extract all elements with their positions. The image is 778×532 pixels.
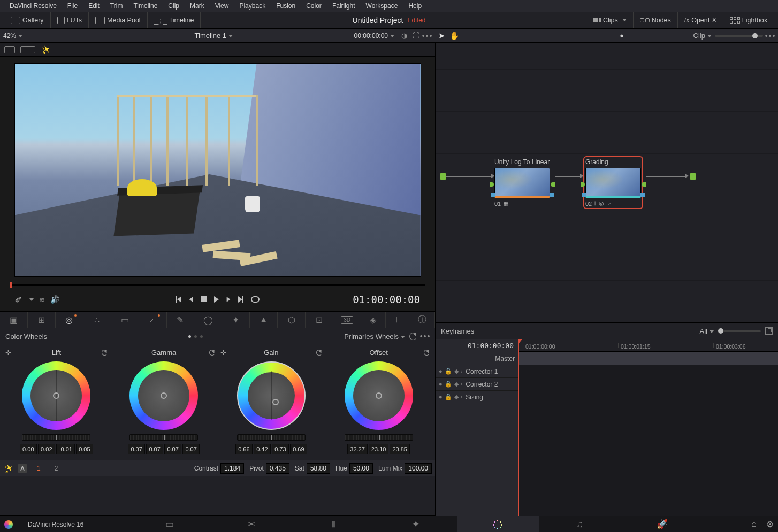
openfx-button[interactable]: fxOpenFX bbox=[678, 12, 723, 28]
viewer-single-icon[interactable] bbox=[4, 46, 15, 53]
kf-timeline[interactable]: 01:00:00:00 01:00:01:15 01:00:03:06 bbox=[518, 339, 778, 516]
node-unity-log[interactable]: Unity Log To Linear 01▦ bbox=[494, 158, 550, 207]
menu-edit[interactable]: Edit bbox=[83, 2, 105, 10]
contrast-value[interactable]: 1.184 bbox=[220, 463, 244, 474]
kf-visible-icon[interactable]: ● bbox=[439, 381, 443, 388]
source-timecode[interactable]: 00:00:00:00 bbox=[354, 32, 394, 40]
menu-clip[interactable]: Clip bbox=[163, 2, 185, 10]
gain-val-y[interactable]: 0.66 bbox=[235, 444, 253, 454]
lift-wheel[interactable] bbox=[22, 361, 90, 430]
scrub-bar[interactable] bbox=[10, 280, 425, 289]
gamma-val-y[interactable]: 0.07 bbox=[128, 444, 145, 454]
hue-value[interactable]: 50.00 bbox=[349, 463, 373, 474]
prev-clip-button[interactable] bbox=[176, 296, 181, 303]
kf-visible-icon[interactable]: ● bbox=[439, 368, 443, 375]
menu-help[interactable]: Help bbox=[403, 2, 427, 10]
panel-options-menu[interactable]: ••• bbox=[421, 332, 430, 341]
lightbox-button[interactable]: Lightbox bbox=[723, 12, 774, 28]
kf-track-corrector1[interactable]: ●🔓◆›Corrector 1 bbox=[436, 365, 518, 377]
kf-lock-icon[interactable]: 🔓 bbox=[445, 368, 452, 375]
hand-tool-icon[interactable]: ✋ bbox=[449, 31, 460, 41]
offset-wheel[interactable] bbox=[345, 361, 413, 430]
step-back-button[interactable] bbox=[189, 297, 193, 302]
kf-track-sizing[interactable]: ●🔓◆›Sizing bbox=[436, 390, 518, 403]
gain-wheel[interactable] bbox=[237, 361, 306, 430]
gain-picker-icon[interactable]: ✛ bbox=[220, 349, 226, 357]
palette-scopes-icon[interactable]: ◈ bbox=[361, 312, 386, 328]
mute-icon[interactable]: 🔊 bbox=[50, 295, 59, 304]
kf-diamond-icon[interactable]: ◆ bbox=[454, 381, 459, 388]
settings-gear-icon[interactable]: ⚙ bbox=[766, 519, 774, 529]
param-page-1[interactable]: 1 bbox=[33, 464, 45, 473]
next-clip-button[interactable] bbox=[238, 296, 243, 303]
palette-key[interactable]: ⬡ bbox=[278, 312, 306, 328]
nodes-button[interactable]: Nodes bbox=[634, 12, 678, 28]
lummix-value[interactable]: 100.00 bbox=[405, 463, 432, 474]
palette-rgb-mixer[interactable]: ∴ bbox=[83, 312, 111, 328]
luts-button[interactable]: LUTs bbox=[51, 12, 89, 28]
home-icon[interactable]: ⌂ bbox=[751, 519, 757, 529]
play-button[interactable] bbox=[214, 296, 219, 303]
palette-color-wheels[interactable]: ◎ bbox=[56, 312, 83, 328]
menu-color[interactable]: Color bbox=[301, 2, 327, 10]
kf-master-track[interactable]: Master bbox=[436, 352, 518, 365]
param-page-2[interactable]: 2 bbox=[50, 464, 63, 473]
menu-davinci[interactable]: DaVinci Resolve bbox=[4, 2, 62, 10]
node-editor[interactable]: Unity Log To Linear 01▦ Grading 02⫴◎⟋ bbox=[436, 43, 778, 322]
offset-reset-icon[interactable] bbox=[424, 350, 430, 356]
palette-waveform-icon[interactable]: ⫴ bbox=[386, 312, 410, 328]
gamma-val-b[interactable]: 0.07 bbox=[182, 444, 200, 454]
kf-track-corrector2[interactable]: ●🔓◆›Corrector 2 bbox=[436, 377, 518, 390]
kf-visible-icon[interactable]: ● bbox=[439, 394, 443, 400]
keyframes-zoom-slider[interactable] bbox=[718, 330, 761, 332]
viewer-dual-icon[interactable] bbox=[20, 46, 35, 53]
stack-icon[interactable]: ≋ bbox=[39, 296, 45, 304]
palette-blur[interactable]: ▲ bbox=[250, 312, 278, 328]
pivot-value[interactable]: 0.435 bbox=[266, 463, 289, 474]
node-options-menu[interactable]: ••• bbox=[766, 32, 775, 40]
page-cut[interactable]: ✂ bbox=[210, 516, 292, 532]
palette-sizing[interactable]: ⊡ bbox=[306, 312, 333, 328]
menu-file[interactable]: File bbox=[62, 2, 83, 10]
viewer-timecode[interactable]: 01:00:00:00 bbox=[353, 294, 420, 305]
auto-badge[interactable]: A bbox=[18, 464, 27, 473]
node-grading[interactable]: Grading 02⫴◎⟋ bbox=[585, 158, 641, 207]
palette-info-icon[interactable]: ⓘ bbox=[410, 312, 435, 328]
offset-val-r[interactable]: 32.27 bbox=[347, 444, 368, 454]
menu-trim[interactable]: Trim bbox=[105, 2, 128, 10]
clips-button[interactable]: Clips bbox=[587, 12, 634, 28]
page-fairlight[interactable]: ♫ bbox=[539, 516, 621, 532]
offset-jog[interactable] bbox=[345, 434, 413, 441]
stop-button[interactable] bbox=[201, 296, 207, 302]
kf-lock-icon[interactable]: 🔓 bbox=[445, 394, 452, 400]
sat-value[interactable]: 58.80 bbox=[307, 463, 330, 474]
palette-window[interactable]: ◯ bbox=[194, 312, 222, 328]
offset-val-g[interactable]: 23.10 bbox=[369, 444, 389, 454]
mediapool-button[interactable]: Media Pool bbox=[89, 12, 148, 28]
loop-icon[interactable] bbox=[251, 296, 260, 303]
page-dots[interactable] bbox=[188, 335, 203, 338]
lift-val-b[interactable]: 0.05 bbox=[76, 444, 93, 454]
auto-balance-icon[interactable]: ✨ bbox=[2, 462, 14, 474]
palette-curves[interactable]: ⟋ bbox=[139, 312, 167, 328]
reset-all-icon[interactable] bbox=[409, 333, 417, 340]
kf-diamond-icon[interactable]: ◆ bbox=[454, 394, 459, 400]
color-picker-icon[interactable]: ✏ bbox=[12, 294, 24, 306]
clip-dropdown[interactable]: Clip bbox=[693, 32, 712, 40]
highlight-wand-icon[interactable]: ✨ bbox=[39, 43, 51, 55]
menu-fusion[interactable]: Fusion bbox=[271, 2, 301, 10]
gamma-val-r[interactable]: 0.07 bbox=[146, 444, 163, 454]
menu-fairlight[interactable]: Fairlight bbox=[327, 2, 361, 10]
kf-diamond-icon[interactable]: ◆ bbox=[454, 368, 459, 375]
kf-expand-arrow-icon[interactable]: › bbox=[461, 368, 463, 375]
expand-icon[interactable] bbox=[765, 327, 773, 335]
gain-reset-icon[interactable] bbox=[316, 350, 322, 356]
gain-val-b[interactable]: 0.69 bbox=[290, 444, 307, 454]
lift-val-r[interactable]: 0.02 bbox=[38, 444, 55, 454]
playhead-icon[interactable] bbox=[10, 282, 12, 288]
node-zoom-slider[interactable] bbox=[715, 35, 763, 37]
lift-picker-icon[interactable]: ✛ bbox=[5, 349, 11, 357]
gallery-button[interactable]: Gallery bbox=[4, 12, 51, 28]
lift-reset-icon[interactable] bbox=[102, 350, 108, 356]
page-color[interactable] bbox=[457, 516, 539, 532]
